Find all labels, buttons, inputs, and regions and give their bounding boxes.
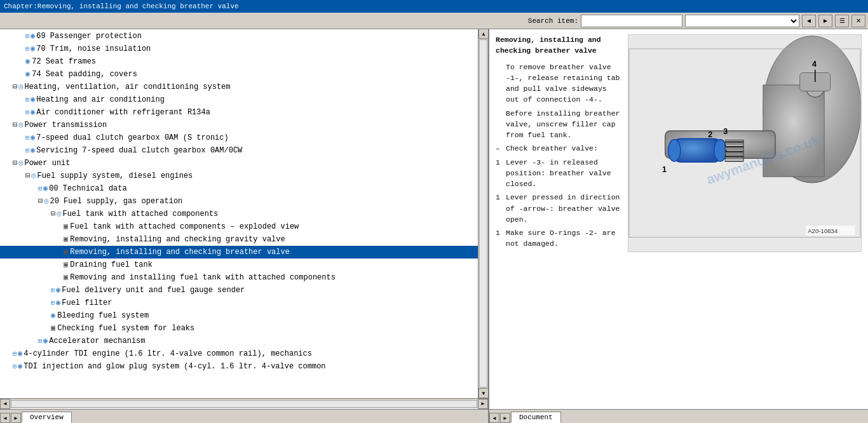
tree-item-t6[interactable]: ⊞◉Heating and air conditioning (0, 93, 478, 106)
vscroll-up-btn[interactable]: ▲ (478, 29, 488, 39)
toolbar-menu-btn[interactable]: ☰ (835, 15, 849, 27)
svg-text:2: 2 (708, 130, 712, 139)
svg-text:1: 1 (662, 165, 667, 174)
content-area: Removing, installing and checking breath… (489, 29, 868, 409)
content-paragraph: Before installing breather valve, unscre… (496, 108, 623, 141)
tree-item-t16[interactable]: ▣Fuel tank with attached components – ex… (0, 220, 478, 233)
tree-item-t8[interactable]: ⊟◎Power transmission (0, 119, 478, 131)
tree-item-t24[interactable]: ▣Checking fuel system for leaks (0, 322, 478, 335)
tree-item-t14[interactable]: ⊟◎20 Fuel supply, gas operation (0, 195, 478, 208)
content-title: Removing, installing and checking breath… (496, 34, 623, 57)
svg-text:A20-10834: A20-10834 (808, 227, 838, 234)
tree-item-t22[interactable]: ⊞◉Fuel filter (0, 297, 478, 309)
hscroll-left-btn[interactable]: ◄ (0, 399, 10, 409)
tree-item-t7[interactable]: ⊞◉Air conditioner with refrigerant R134a (0, 106, 478, 119)
toolbar: Search item: ◄ ► ☰ ✕ (0, 13, 868, 29)
title-text: Chapter:Removing, installing and checkin… (4, 3, 239, 10)
bottom-left: ◄ ► Overview (0, 410, 489, 423)
tree-item-t19[interactable]: ▣Draining fuel tank (0, 258, 478, 271)
tree-container[interactable]: ⊞◉69 Passenger protection⊞◉70 Trim, nois… (0, 29, 478, 398)
svg-rect-8 (725, 140, 743, 161)
tree-item-t18[interactable]: ▣Removing, installing and checking breat… (0, 246, 478, 258)
text-content: Removing, installing and checking breath… (496, 34, 623, 252)
svg-point-7 (714, 139, 726, 161)
left-hscroll: ◄ ► (0, 398, 488, 408)
vscroll-down-btn[interactable]: ▼ (478, 388, 488, 398)
tree-item-t20[interactable]: ▣Removing and installing fuel tank with … (0, 271, 478, 284)
tree-item-t15[interactable]: ⊟◎Fuel tank with attached components (0, 208, 478, 220)
content-paragraph: 1Make sure O-rings -2- are not damaged. (496, 227, 623, 250)
left-panel: ⊞◉69 Passenger protection⊞◉70 Trim, nois… (0, 29, 489, 409)
tree-item-t12[interactable]: ⊟◎Fuel supply system, diesel engines (0, 170, 478, 182)
nav-prev-btn[interactable]: ◄ (0, 413, 10, 423)
tree-item-t3[interactable]: ◉72 Seat frames (0, 55, 478, 68)
svg-rect-5 (674, 139, 720, 163)
content-paragraph: 1Lever -3- in released position: breathe… (496, 157, 623, 190)
tree-with-scroll: ⊞◉69 Passenger protection⊞◉70 Trim, nois… (0, 29, 488, 398)
right-nav-next-btn[interactable]: ► (500, 413, 510, 423)
tree-item-t9[interactable]: ⊞◉7-speed dual clutch gearbox 0AM (S tro… (0, 131, 478, 144)
hscroll-right-btn[interactable]: ► (478, 399, 488, 409)
toolbar-close-btn[interactable]: ✕ (851, 15, 865, 27)
technical-image: 1 2 3 4 awymanuals.co.uk A20-10834 (628, 35, 861, 252)
vscroll-track (479, 39, 487, 387)
tree-item-t27[interactable]: ⊞◉TDI injection and glow plug system (4-… (0, 360, 478, 373)
tree-item-t1[interactable]: ⊞◉69 Passenger protection (0, 30, 478, 43)
main-layout: ⊞◉69 Passenger protection⊞◉70 Trim, nois… (0, 29, 868, 409)
svg-text:3: 3 (723, 127, 728, 136)
right-panel: Removing, installing and checking breath… (489, 29, 868, 409)
bottom-bar: ◄ ► Overview ◄ ► Document (0, 409, 868, 423)
tab-overview[interactable]: Overview (22, 412, 72, 423)
tree-item-t10[interactable]: ⊞◉Servicing 7-speed dual clutch gearbox … (0, 144, 478, 157)
tree-item-t11[interactable]: ⊟◎Power unit (0, 157, 478, 170)
tree-item-t4[interactable]: ◉74 Seat padding, covers (0, 68, 478, 81)
bottom-right: ◄ ► Document (489, 410, 868, 423)
tree-item-t25[interactable]: ⊞◉Accelerator mechanism (0, 335, 478, 347)
image-area: 1 2 3 4 awymanuals.co.uk A20-10834 (628, 34, 862, 252)
tree-item-t13[interactable]: ⊞◉00 Technical data (0, 182, 478, 195)
nav-next-btn[interactable]: ► (11, 413, 21, 423)
search-input[interactable] (581, 15, 682, 27)
left-vscroll: ▲ ▼ (478, 29, 488, 398)
hscroll-track (11, 400, 477, 408)
right-nav-prev-btn[interactable]: ◄ (489, 413, 499, 423)
tree-item-t21[interactable]: ⊞◉Fuel delivery unit and fuel gauge send… (0, 284, 478, 297)
content-paragraph: To remove breather valve -1-, release re… (496, 62, 623, 105)
svg-point-6 (668, 139, 681, 161)
svg-text:4: 4 (812, 60, 817, 69)
tab-document[interactable]: Document (511, 412, 561, 423)
search-next-btn[interactable]: ► (818, 15, 832, 27)
content-with-image: Removing, installing and checking breath… (496, 34, 862, 252)
tree-item-t2[interactable]: ⊞◉70 Trim, noise insulation (0, 43, 478, 55)
content-paragraph: 1Lever pressed in direction of -arrow-: … (496, 192, 623, 225)
tree-item-t26[interactable]: ⊞◉4-cylinder TDI engine (1.6 ltr. 4-valv… (0, 347, 478, 360)
title-bar: Chapter:Removing, installing and checkin… (0, 0, 868, 13)
search-dropdown[interactable] (685, 15, 799, 27)
tree-item-t23[interactable]: ◉Bleeding fuel system (0, 309, 478, 322)
search-label: Search item: (528, 17, 578, 25)
content-paragraph: –Check breather valve: (496, 143, 623, 154)
tree-item-t5[interactable]: ⊟◎Heating, ventilation, air conditioning… (0, 81, 478, 93)
tree-item-t17[interactable]: ▣Removing, installing and checking gravi… (0, 233, 478, 246)
search-prev-btn[interactable]: ◄ (802, 15, 816, 27)
